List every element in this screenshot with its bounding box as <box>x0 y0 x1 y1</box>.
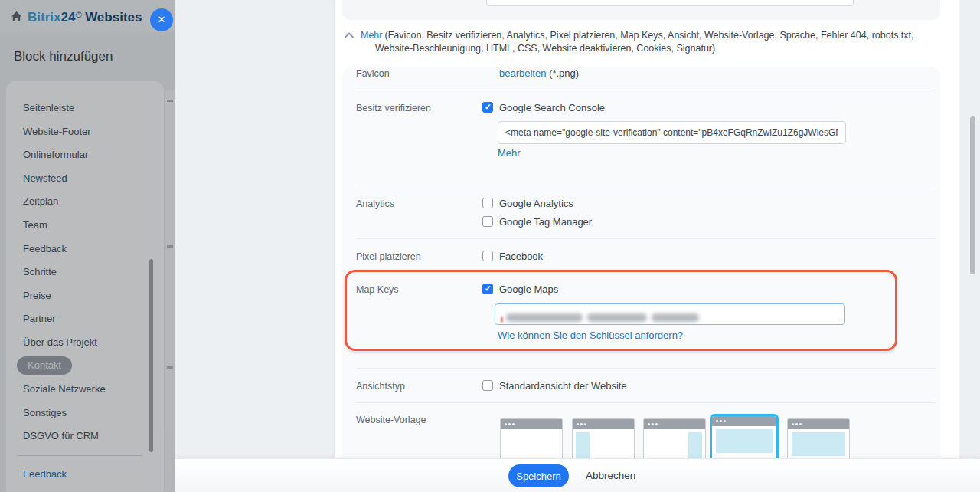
google-analytics-label: Google Analytics <box>499 198 573 209</box>
template-option-banner-selected[interactable] <box>710 414 779 461</box>
facebook-pixel-checkbox[interactable] <box>482 251 493 261</box>
more-section-header: Mehr(Favicon, Besitz verifizieren, Analy… <box>345 29 926 55</box>
template-option-sidebar-right[interactable] <box>643 418 706 461</box>
row-divider <box>356 185 936 185</box>
favicon-edit-link[interactable]: bearbeiten <box>499 67 546 79</box>
favicon-value: bearbeiten (*.png) <box>499 67 579 79</box>
standard-view-checkbox[interactable] <box>482 380 493 391</box>
map-keys-label: Map Keys <box>356 284 399 295</box>
thumb-title-bar <box>644 419 705 429</box>
favicon-format-hint: (*.png) <box>549 67 579 79</box>
masked-api-key <box>587 313 647 322</box>
google-maps-checkbox[interactable] <box>482 284 493 294</box>
thumb-title-bar <box>788 419 849 429</box>
masked-api-key <box>506 313 583 322</box>
masked-api-key <box>652 313 699 322</box>
thumb-title-bar <box>501 419 562 429</box>
favicon-label: Favicon <box>356 68 390 79</box>
chevron-up-icon[interactable] <box>345 32 354 38</box>
map-key-help-link[interactable]: Wie können Sie den Schlüssel anfordern? <box>498 330 683 341</box>
thumb-accent-area <box>576 432 590 461</box>
more-toggle-label[interactable]: Mehr <box>361 30 382 41</box>
page-scroll-gutter <box>959 0 980 492</box>
more-section-toggle[interactable]: Mehr(Favicon, Besitz verifizieren, Analy… <box>361 29 921 55</box>
row-divider <box>356 90 936 90</box>
ownership-more-link[interactable]: Mehr <box>498 147 521 159</box>
previous-section-bottom <box>342 0 940 20</box>
settings-slideover: Mehr(Favicon, Besitz verifizieren, Analy… <box>175 0 980 492</box>
analytics-label: Analytics <box>356 198 394 209</box>
site-template-label: Website-Vorlage <box>356 415 426 425</box>
cutoff-input[interactable] <box>486 0 854 6</box>
google-maps-label: Google Maps <box>499 284 558 295</box>
close-panel-button[interactable]: ✕ <box>150 8 173 31</box>
template-option-sidebar-left[interactable] <box>572 418 635 461</box>
save-button[interactable]: Speichern <box>508 464 569 487</box>
thumb-accent-area <box>792 432 845 456</box>
settings-panel: Mehr(Favicon, Besitz verifizieren, Analy… <box>335 0 959 492</box>
site-verification-input[interactable] <box>498 121 846 144</box>
ownership-label: Besitz verifizieren <box>356 103 431 113</box>
row-divider <box>356 238 936 239</box>
row-divider <box>356 402 936 403</box>
standard-view-label: Standardansicht der Website <box>499 380 627 392</box>
page-scrollbar[interactable] <box>970 116 975 274</box>
template-option-banner[interactable] <box>787 418 850 461</box>
thumb-accent-area <box>716 429 773 453</box>
panel-footer: Speichern Abbrechen <box>175 458 980 492</box>
facebook-pixel-label: Facebook <box>499 251 543 262</box>
more-fields-list: (Favicon, Besitz verifizieren, Analytics… <box>375 30 914 54</box>
google-tag-manager-checkbox[interactable] <box>482 216 493 227</box>
modal-dim-overlay <box>0 0 175 492</box>
google-search-console-label: Google Search Console <box>499 102 605 113</box>
view-type-label: Ansichtstyp <box>356 381 405 392</box>
input-cursor-mark <box>501 317 503 323</box>
thumb-title-bar <box>712 416 776 426</box>
thumb-title-bar <box>573 419 634 429</box>
google-analytics-checkbox[interactable] <box>482 198 493 208</box>
cancel-button[interactable]: Abbrechen <box>586 464 635 487</box>
google-tag-manager-label: Google Tag Manager <box>499 216 592 228</box>
google-search-console-checkbox[interactable] <box>482 102 493 113</box>
google-maps-api-key-input[interactable] <box>495 303 845 325</box>
pixel-label: Pixel platzieren <box>356 251 421 262</box>
template-option-blank[interactable] <box>500 418 563 461</box>
thumb-accent-area <box>688 432 702 461</box>
row-divider <box>356 368 936 369</box>
